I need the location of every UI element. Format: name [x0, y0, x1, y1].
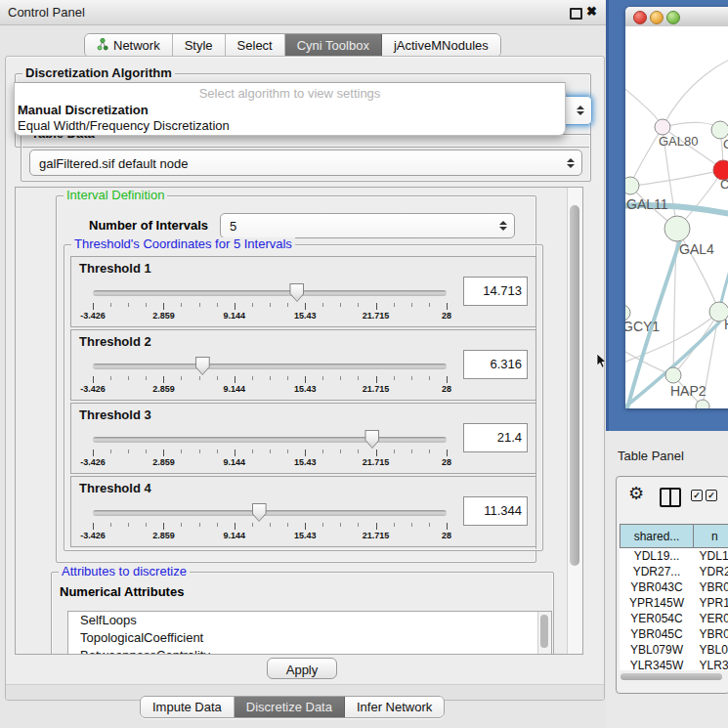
network-node[interactable]	[665, 367, 681, 383]
tab-select[interactable]: Select	[226, 34, 285, 57]
table-cell[interactable]: YBR045C	[621, 626, 694, 642]
tab-impute-data[interactable]: Impute Data	[141, 697, 235, 717]
table-cell[interactable]: YDL19...	[621, 548, 694, 565]
network-edge[interactable]	[630, 170, 723, 186]
table-cell[interactable]: YBR043C	[621, 579, 694, 595]
panel-scrollbar[interactable]	[567, 188, 582, 654]
tab-infer-network[interactable]: Infer Network	[345, 697, 444, 717]
table-row[interactable]: YBR043CYBR0	[621, 579, 728, 595]
network-node[interactable]	[696, 400, 709, 408]
tick-label: 28	[442, 457, 451, 467]
dropdown-placeholder-item[interactable]: Select algorithm to view settings	[15, 83, 565, 103]
network-node[interactable]	[625, 177, 639, 194]
network-node[interactable]	[664, 216, 690, 241]
threshold-value-field[interactable]: 6.316	[463, 350, 528, 379]
minimize-traffic-light-icon[interactable]	[650, 11, 664, 24]
table-data-combobox[interactable]: galFiltered.sif default node	[29, 150, 582, 176]
table-cell[interactable]: YBL079W	[621, 642, 694, 658]
panel-scrollbar-thumb[interactable]	[570, 205, 579, 566]
network-edge[interactable]	[663, 51, 728, 127]
slider-tick-labels: -3.4262.8599.14415.4321.71528	[93, 384, 447, 395]
attribute-list-item[interactable]: SelfLoops	[68, 612, 551, 629]
table-cell[interactable]: YDL1	[694, 548, 728, 565]
table-cell[interactable]: YLR345W	[621, 658, 694, 670]
table-row[interactable]: YDL19...YDL1	[621, 548, 728, 565]
apply-button[interactable]: Apply	[267, 658, 337, 679]
number-of-intervals-combobox[interactable]: 5	[220, 213, 515, 238]
table-horizontal-scrollbar[interactable]	[621, 673, 722, 680]
column-header-shared[interactable]: shared...	[621, 525, 694, 548]
tab-discretize-data[interactable]: Discretize Data	[235, 697, 345, 717]
table-row[interactable]: YBL079WYBL0	[621, 642, 728, 658]
slider-track[interactable]	[93, 290, 447, 296]
zoom-traffic-light-icon[interactable]	[666, 11, 680, 24]
slider-track[interactable]	[93, 364, 447, 369]
threshold-slider[interactable]	[93, 282, 447, 302]
table-row[interactable]: YER054CYER0	[621, 611, 728, 626]
list-scrollbar[interactable]	[537, 612, 551, 655]
close-icon[interactable]: ✖	[586, 4, 597, 19]
checkbox-checked-icon[interactable]: ✓	[691, 490, 703, 501]
table-cell[interactable]: YPR1	[694, 595, 728, 611]
slider-handle-icon[interactable]	[252, 503, 267, 522]
tick-label: 21.715	[363, 311, 390, 321]
list-scrollbar-thumb[interactable]	[540, 615, 548, 648]
table-row[interactable]: YPR145WYPR1	[621, 595, 728, 611]
table-cell[interactable]: YDR2	[694, 564, 728, 579]
slider-handle-icon[interactable]	[195, 357, 210, 375]
dropdown-option-equal-width[interactable]: Equal Width/Frequency Discretization	[15, 118, 565, 134]
column-header-name[interactable]: n	[694, 525, 728, 548]
numerical-attributes-list[interactable]: SelfLoopsTopologicalCoefficientBetweenne…	[67, 611, 552, 655]
tab-style-label: Style	[185, 38, 213, 53]
checkbox-checked-icon[interactable]: ✓	[706, 490, 717, 501]
table-cell[interactable]: YBR0	[694, 579, 728, 595]
float-window-icon[interactable]	[570, 8, 582, 20]
table-cell[interactable]: YBL0	[694, 642, 728, 658]
tab-cyni-toolbox[interactable]: Cyni Toolbox	[285, 34, 382, 57]
network-edge[interactable]	[625, 85, 663, 127]
dropdown-option-manual[interactable]: Manual Discretization	[15, 103, 565, 118]
threshold-label: Threshold 3	[79, 407, 151, 422]
threshold-value-field[interactable]: 21.4	[463, 423, 528, 452]
split-columns-icon[interactable]	[660, 488, 681, 507]
table-cell[interactable]: YPR145W	[621, 595, 694, 611]
attributes-group: Attributes to discretize Numerical Attri…	[51, 572, 554, 655]
table-cell[interactable]: YER0	[694, 611, 728, 626]
table-cell[interactable]: YLR3	[694, 658, 728, 670]
network-node[interactable]	[655, 119, 670, 135]
tab-jactivemnodules[interactable]: jActiveMNodules	[382, 34, 500, 57]
table-row[interactable]: YDR27...YDR2	[621, 564, 728, 579]
table-cell[interactable]: YDR27...	[621, 564, 694, 579]
slider-track[interactable]	[93, 510, 447, 516]
slider-handle-icon[interactable]	[364, 430, 379, 449]
tab-discretize-data-label: Discretize Data	[246, 700, 332, 714]
slider-track[interactable]	[93, 437, 447, 443]
network-node-label: C	[720, 177, 728, 192]
table-row[interactable]: YLR345WYLR3	[621, 658, 728, 670]
network-node-label: HAP2	[670, 383, 707, 399]
slider-tick-labels: -3.4262.8599.14415.4321.71528	[93, 531, 447, 541]
table-cell[interactable]: YER054C	[621, 611, 694, 626]
tick-label: -3.426	[80, 457, 106, 467]
network-view-window[interactable]: GAL80GACGAL11GAL4GCY1HHAP2	[625, 7, 728, 408]
network-icon	[97, 38, 108, 54]
network-window-titlebar[interactable]	[625, 7, 728, 27]
tab-network[interactable]: Network	[85, 34, 173, 57]
close-traffic-light-icon[interactable]	[633, 11, 647, 24]
combo-arrows-icon	[499, 221, 507, 231]
table-row[interactable]: YBR045CYBR0	[621, 626, 728, 642]
threshold-slider[interactable]	[93, 356, 447, 375]
tab-style[interactable]: Style	[173, 34, 226, 57]
tick-label: -3.426	[80, 531, 106, 540]
threshold-value-field[interactable]: 14.713	[463, 277, 528, 306]
threshold-value-field[interactable]: 11.344	[463, 496, 528, 526]
attribute-list-item[interactable]: TopologicalCoefficient	[68, 629, 551, 647]
slider-handle-icon[interactable]	[289, 283, 304, 302]
network-canvas[interactable]: GAL80GACGAL11GAL4GCY1HHAP2	[625, 26, 728, 408]
table-cell[interactable]: YBR0	[694, 626, 728, 642]
attribute-list-item[interactable]: BetweennessCentrality	[68, 647, 551, 655]
threshold-slider[interactable]	[93, 502, 447, 522]
network-edge[interactable]	[721, 183, 728, 303]
threshold-slider[interactable]	[93, 429, 447, 449]
gear-icon[interactable]: ⚙	[628, 483, 644, 504]
